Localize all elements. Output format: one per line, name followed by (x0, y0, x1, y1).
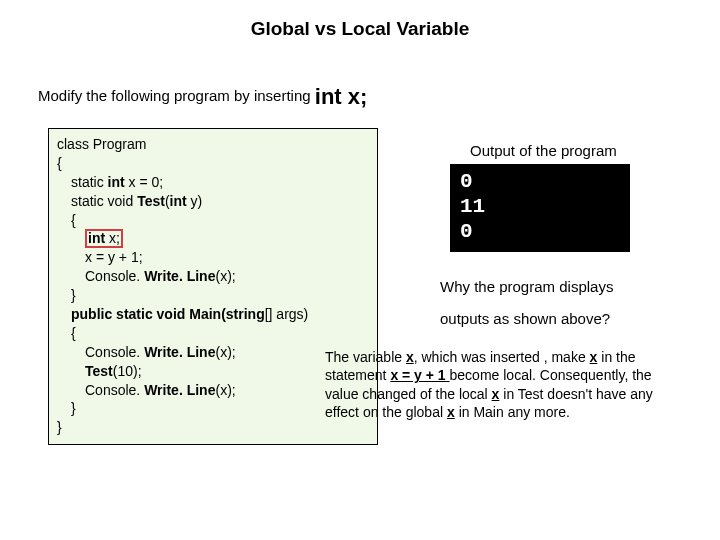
question-line-2: outputs as shown above? (440, 310, 610, 327)
output-box: 0 11 0 (450, 164, 630, 252)
sig: public static void Main(string (71, 306, 265, 322)
code-line: { (57, 155, 62, 171)
code-line: public static void Main(string[] args) (57, 305, 369, 324)
code-line: class Program (57, 136, 146, 152)
code-line: } (57, 399, 369, 418)
txt: y) (187, 193, 203, 209)
output-line: 11 (460, 195, 620, 220)
output-line: 0 (460, 170, 620, 195)
txt: The variable (325, 349, 406, 365)
fn-test: Test (85, 363, 113, 379)
fn: Write. Line (144, 382, 215, 398)
code-line: static int x = 0; (57, 173, 369, 192)
txt: (x); (215, 268, 235, 284)
code-line: } (57, 419, 62, 435)
output-label: Output of the program (470, 142, 617, 159)
txt: (10); (113, 363, 142, 379)
output-line: 0 (460, 220, 620, 245)
code-line: { (57, 211, 369, 230)
intro-text: Modify the following program by insertin… (38, 84, 367, 110)
txt: Console. (85, 268, 144, 284)
txt: x = 0; (125, 174, 164, 190)
stmt: x = y + 1 (390, 367, 449, 383)
code-line: static void Test(int y) (57, 192, 369, 211)
code-line-highlight: int x; (57, 229, 369, 248)
code-line: Test(10); (57, 362, 369, 381)
fn: Write. Line (144, 344, 215, 360)
kw: static (71, 174, 108, 190)
fn: Write. Line (144, 268, 215, 284)
txt: , which was inserted , make (414, 349, 590, 365)
code-line: Console. Write. Line(x); (57, 267, 369, 286)
var-x: x (447, 404, 455, 420)
code-line: Console. Write. Line(x); (57, 381, 369, 400)
intro-code: int x; (315, 84, 368, 109)
kw-int: int (170, 193, 187, 209)
code-line: Console. Write. Line(x); (57, 343, 369, 362)
explanation: The variable x, which was inserted , mak… (325, 348, 685, 422)
kw-int: int (88, 230, 105, 246)
code-line: { (57, 324, 369, 343)
txt: [] args) (265, 306, 309, 322)
txt: x; (105, 230, 120, 246)
txt: static void (71, 193, 137, 209)
txt: (x); (215, 344, 235, 360)
fn-test: Test (137, 193, 165, 209)
question-line-1: Why the program displays (440, 278, 613, 295)
intro-prefix: Modify the following program by insertin… (38, 87, 315, 104)
code-line: x = y + 1; (57, 248, 369, 267)
txt: Console. (85, 344, 144, 360)
txt: in Main any more. (455, 404, 570, 420)
kw-int: int (108, 174, 125, 190)
slide-title: Global vs Local Variable (0, 0, 720, 40)
txt: (x); (215, 382, 235, 398)
code-line: } (57, 286, 369, 305)
txt: Console. (85, 382, 144, 398)
var-x: x (406, 349, 414, 365)
